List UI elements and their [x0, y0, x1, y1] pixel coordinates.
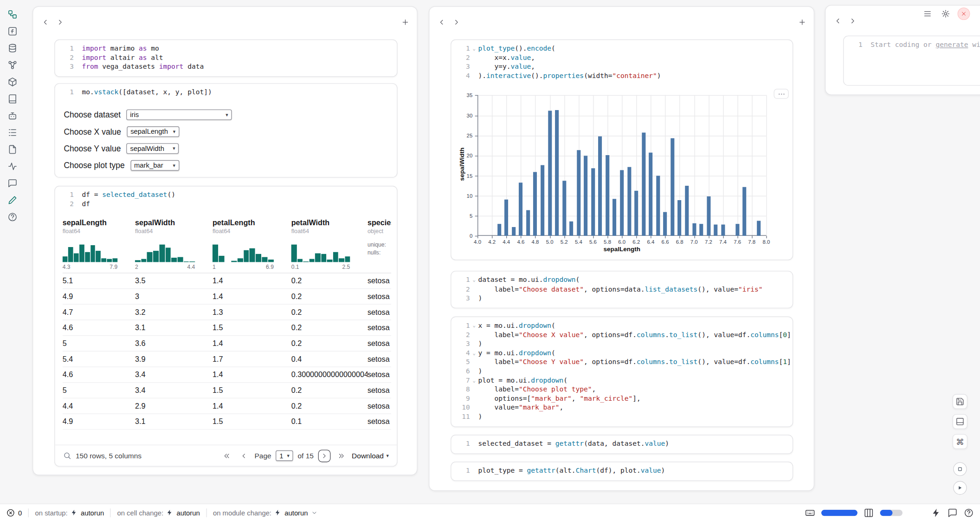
fold-arrow-icon[interactable]: ⌄	[470, 376, 478, 385]
chart-menu-button[interactable]	[774, 89, 789, 99]
last-page-button[interactable]	[335, 449, 348, 462]
column-header[interactable]: sepalWidthfloat6424.4	[135, 218, 213, 270]
code-line[interactable]: 2 x=x.value,	[455, 53, 788, 63]
workflow-icon[interactable]	[5, 7, 20, 21]
code-line[interactable]: 8 label="Choose plot type",	[455, 385, 788, 395]
column-header[interactable]: petalWidthfloat640.12.5	[291, 218, 368, 270]
column-scroll-left-button[interactable]	[38, 16, 52, 28]
add-cell-button[interactable]	[795, 16, 809, 28]
code-line[interactable]: 3from vega_datasets import data	[59, 63, 392, 72]
command-palette-button[interactable]: ⌘	[953, 434, 967, 449]
fold-arrow-icon[interactable]: ⌄	[470, 349, 478, 358]
scratchpad-icon[interactable]	[5, 193, 20, 207]
column-header[interactable]: petalLengthfloat6416.9	[213, 218, 291, 270]
code-line[interactable]: 2 label="Choose X value", options=df.col…	[455, 331, 788, 340]
column-scroll-left-button[interactable]	[434, 16, 448, 28]
dropdown-choose-plot-type[interactable]: mark_bar▾	[130, 160, 179, 170]
prev-page-button[interactable]	[238, 449, 250, 462]
code-editor[interactable]: 1plot_type = getattr(alt.Chart(df), plot…	[451, 462, 792, 480]
code-line[interactable]: 3)	[455, 294, 788, 303]
chart-bar	[627, 167, 631, 236]
code-line[interactable]: 1⌄plot_type().encode(	[455, 45, 788, 54]
code-editor[interactable]: 1mo.vstack([dataset, x, y, plot])	[55, 84, 397, 102]
column-header[interactable]: speciesobjectunique:nulls:	[368, 218, 391, 270]
column-header[interactable]: sepalLengthfloat644.37.9	[63, 218, 135, 270]
code-line[interactable]: 2import altair as alt	[59, 53, 392, 63]
dropdown-choose-x-value[interactable]: sepalLength▾	[127, 126, 179, 137]
code-editor[interactable]: 1selected_dataset = getattr(data, datase…	[451, 435, 792, 453]
dropdown-choose-dataset[interactable]: iris▾	[126, 109, 232, 120]
line-number: 8	[455, 385, 470, 395]
first-page-button[interactable]	[221, 449, 233, 462]
column-scroll-right-button[interactable]	[845, 14, 859, 27]
packages-icon[interactable]	[5, 75, 20, 89]
database-icon[interactable]	[5, 41, 20, 55]
code-line[interactable]: 4).interactive().properties(width="conta…	[455, 72, 788, 81]
code-line[interactable]: 1import marimo as mo	[59, 45, 392, 54]
code-editor[interactable]: 1df = selected_dataset()2df	[55, 186, 397, 213]
logs-icon[interactable]	[5, 126, 20, 140]
shutdown-button[interactable]	[958, 7, 970, 20]
keyboard-shortcuts-button[interactable]	[805, 508, 815, 518]
code-line[interactable]: 9 options=["mark_bar", "mark_circle"],	[455, 395, 788, 404]
dropdown-choose-y-value[interactable]: sepalWidth▾	[127, 143, 179, 154]
stop-kernel-button[interactable]	[953, 462, 967, 476]
menu-button[interactable]	[921, 7, 934, 20]
comments-icon[interactable]	[5, 176, 20, 190]
tracing-icon[interactable]	[5, 159, 20, 173]
code-line[interactable]: 7⌄plot = mo.ui.dropdown(	[455, 376, 788, 385]
search-icon[interactable]	[63, 451, 71, 460]
fold-arrow-icon[interactable]: ⌄	[470, 45, 478, 54]
code-line[interactable]: 4⌄y = mo.ui.dropdown(	[455, 349, 788, 358]
code-line[interactable]: 1⌄x = mo.ui.dropdown(	[455, 321, 788, 331]
code-line[interactable]: 6)	[455, 367, 788, 377]
column-layout-button[interactable]	[864, 508, 874, 518]
code-line[interactable]: 2df	[59, 200, 392, 209]
stale-cells-button[interactable]	[931, 508, 941, 518]
save-button[interactable]	[953, 394, 967, 409]
fold-arrow-icon[interactable]: ⌄	[470, 321, 478, 331]
dependency-graph-icon[interactable]	[5, 58, 20, 72]
column-scroll-left-button[interactable]	[831, 14, 845, 27]
code-line[interactable]: 1⌄dataset = mo.ui.dropdown(	[455, 276, 788, 285]
documentation-icon[interactable]	[5, 92, 20, 106]
code-line[interactable]: 3)	[455, 340, 788, 349]
code-line[interactable]: 1selected_dataset = getattr(data, datase…	[455, 440, 788, 449]
help-button[interactable]	[964, 508, 974, 518]
generate-with-ai-link[interactable]: generate	[935, 41, 968, 49]
altair-chart[interactable]: 051015202530354.04.24.44.64.85.05.25.45.…	[454, 85, 790, 260]
panel-layout-button[interactable]	[953, 414, 967, 429]
snippets-icon[interactable]	[5, 143, 20, 156]
fold-arrow-icon[interactable]: ⌄	[470, 276, 478, 285]
code-line[interactable]: 1df = selected_dataset()	[59, 191, 392, 200]
code-line[interactable]: 3 y=y.value,	[455, 63, 788, 72]
code-editor[interactable]: 1 Start coding or generate with AI	[844, 36, 980, 54]
code-line[interactable]: 2 label="Choose dataset", options=data.l…	[455, 285, 788, 294]
feedback-button[interactable]	[948, 508, 958, 518]
errors-indicator[interactable]: 0	[6, 508, 22, 517]
code-line[interactable]: 1plot_type = getattr(alt.Chart(df), plot…	[455, 467, 788, 476]
column-scroll-right-button[interactable]	[449, 16, 463, 28]
code-editor[interactable]: 1import marimo as mo2import altair as al…	[55, 40, 397, 76]
add-cell-button[interactable]	[398, 16, 412, 28]
settings-button[interactable]	[939, 7, 952, 20]
code-editor[interactable]: 1⌄dataset = mo.ui.dropdown(2 label="Choo…	[451, 272, 792, 308]
code-line[interactable]: 1mo.vstack([dataset, x, y, plot])	[59, 88, 392, 98]
code-editor[interactable]: 1⌄x = mo.ui.dropdown(2 label="Choose X v…	[451, 317, 792, 426]
ai-assistant-icon[interactable]	[5, 109, 20, 123]
code-editor[interactable]: 1⌄plot_type().encode(2 x=x.value,3 y=y.v…	[451, 40, 792, 85]
x-axis-tick-label: 5.0	[546, 239, 554, 245]
download-button[interactable]: Download ▾	[352, 452, 389, 459]
runtime-setting-on-startup[interactable]: on startup:autorun	[35, 509, 104, 516]
functions-icon[interactable]	[5, 25, 20, 39]
code-line[interactable]: 5 label="Choose Y value", options=df.col…	[455, 358, 788, 367]
code-line[interactable]: 11)	[455, 413, 788, 422]
next-page-button[interactable]	[318, 449, 330, 462]
page-select[interactable]: 1 ▾	[276, 450, 293, 461]
column-scroll-right-button[interactable]	[53, 16, 67, 28]
code-line[interactable]: 10 value="mark_bar",	[455, 404, 788, 413]
runtime-setting-on-module-change[interactable]: on module change:autorun	[213, 509, 317, 516]
runtime-setting-on-cell-change[interactable]: on cell change:autorun	[117, 509, 200, 516]
run-all-button[interactable]	[953, 481, 967, 495]
help-icon[interactable]	[5, 210, 20, 224]
